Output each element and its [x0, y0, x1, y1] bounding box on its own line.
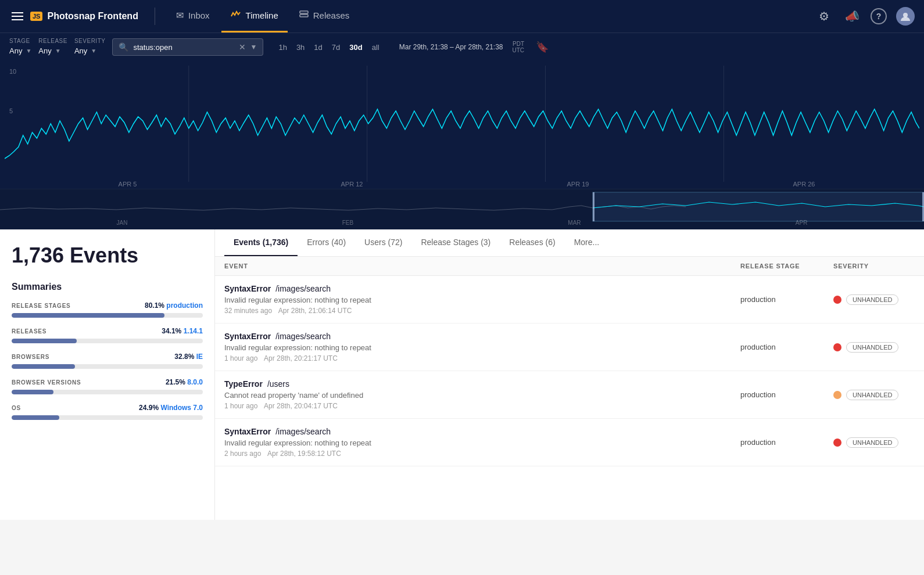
severity-dot-1 — [833, 343, 841, 351]
nav-item-inbox[interactable]: ✉ Inbox — [167, 0, 219, 33]
time-btn-1h[interactable]: 1h — [275, 41, 290, 54]
col-header-stage: RELEASE STAGE — [740, 263, 833, 269]
x-label-apr26: APR 26 — [793, 181, 815, 188]
mini-chart-area: JAN FEB MAR APR — [0, 189, 924, 229]
severity-arrow: ▼ — [91, 48, 96, 54]
event-path-2: /users — [267, 379, 289, 389]
y-label-10: 10 — [9, 68, 16, 75]
logo-badge: JS — [30, 12, 42, 21]
event-severity-1: UNHANDLED — [833, 342, 915, 353]
event-row[interactable]: SyntaxError /images/search Invalid regul… — [215, 276, 924, 324]
left-panel: 1,736 Events Summaries RELEASE STAGES 80… — [0, 229, 215, 520]
notifications-icon[interactable]: 📣 — [843, 7, 861, 26]
event-severity-0: UNHANDLED — [833, 294, 915, 305]
event-meta-0: 32 minutes ago Apr 28th, 21:06:14 UTC — [224, 307, 740, 315]
event-message-3: Invalid regular expression: nothing to r… — [224, 439, 740, 447]
event-type-0: SyntaxError — [224, 284, 271, 293]
nav-item-releases[interactable]: Releases — [290, 0, 359, 33]
tz-utc: UTC — [513, 47, 525, 53]
severity-filter: SEVERITY Any ▼ — [74, 38, 105, 56]
release-value: Any — [38, 46, 51, 55]
time-btn-all[interactable]: all — [368, 41, 383, 54]
bookmark-icon[interactable]: 🔖 — [536, 41, 549, 53]
event-title-1: SyntaxError /images/search — [224, 332, 740, 341]
user-avatar[interactable] — [896, 7, 915, 26]
release-arrow: ▼ — [55, 48, 61, 54]
svg-point-2 — [903, 13, 908, 17]
event-type-2: TypeError — [224, 379, 263, 389]
severity-select[interactable]: Any ▼ — [74, 45, 105, 56]
event-row[interactable]: SyntaxError /images/search Invalid regul… — [215, 419, 924, 466]
summary-label-os: OS — [12, 405, 21, 411]
summary-browser-versions: BROWSER VERSIONS 21.5% 8.0.0 — [12, 378, 203, 394]
filter-bar: STAGE Any ▼ RELEASE Any ▼ SEVERITY Any ▼… — [0, 33, 924, 61]
progress-fill-os — [12, 415, 59, 420]
unhandled-badge-3: UNHANDLED — [846, 437, 898, 448]
unhandled-badge-1: UNHANDLED — [846, 342, 898, 353]
nav-right-icons: ⚙ 📣 ? — [815, 7, 915, 26]
tab-release-stages[interactable]: Release Stages (3) — [411, 229, 500, 256]
event-type-1: SyntaxError — [224, 332, 271, 341]
tab-errors[interactable]: Errors (40) — [298, 229, 355, 256]
event-row[interactable]: SyntaxError /images/search Invalid regul… — [215, 324, 924, 371]
progress-fill-browser-versions — [12, 390, 53, 394]
logo-area: JS Photosnap Frontend — [30, 11, 138, 21]
progress-bg-release-stages — [12, 313, 203, 318]
summary-os: OS 24.9% Windows 7.0 — [12, 404, 203, 420]
event-type-3: SyntaxError — [224, 427, 271, 436]
nav-label-inbox: Inbox — [188, 10, 210, 20]
release-filter: RELEASE Any ▼ — [38, 38, 67, 56]
event-stage-3: production — [740, 438, 833, 447]
stage-arrow: ▼ — [26, 48, 31, 54]
svg-rect-8 — [593, 192, 594, 221]
time-btn-7d[interactable]: 7d — [328, 41, 343, 54]
settings-icon[interactable]: ⚙ — [815, 7, 833, 26]
unhandled-badge-2: UNHANDLED — [846, 390, 898, 400]
search-text[interactable]: status:open — [133, 43, 234, 52]
tab-more[interactable]: More... — [565, 229, 609, 256]
tabs-bar: Events (1,736) Errors (40) Users (72) Re… — [215, 229, 924, 257]
mini-label-feb: FEB — [342, 220, 353, 226]
hamburger-menu[interactable] — [9, 10, 26, 23]
x-label-apr12: APR 12 — [341, 181, 363, 188]
time-btn-1d[interactable]: 1d — [310, 41, 325, 54]
nav-items: ✉ Inbox Timeline Releases — [167, 0, 810, 33]
progress-bg-browsers — [12, 364, 203, 369]
x-label-apr5: APR 5 — [119, 181, 137, 188]
nav-item-timeline[interactable]: Timeline — [221, 0, 288, 33]
time-btn-30d[interactable]: 30d — [346, 41, 366, 54]
event-main-1: SyntaxError /images/search Invalid regul… — [224, 332, 740, 362]
right-panel: Events (1,736) Errors (40) Users (72) Re… — [215, 229, 924, 520]
stage-value: Any — [9, 46, 22, 55]
help-icon[interactable]: ? — [871, 8, 887, 24]
search-clear-icon[interactable]: ✕ — [239, 42, 246, 52]
severity-dot-0 — [833, 296, 841, 304]
event-row[interactable]: TypeError /users Cannot read property 'n… — [215, 371, 924, 419]
col-header-severity: SEVERITY — [833, 263, 915, 269]
stage-select[interactable]: Any ▼ — [9, 45, 31, 56]
chart-area: 10 5 APR 5 APR 12 APR 19 APR 26 — [0, 61, 924, 229]
tab-releases[interactable]: Releases (6) — [500, 229, 564, 256]
event-severity-3: UNHANDLED — [833, 437, 915, 448]
event-meta-1: 1 hour ago Apr 28th, 20:21:17 UTC — [224, 354, 740, 362]
search-dropdown-icon[interactable]: ▼ — [250, 43, 257, 51]
timezone-toggle[interactable]: PDT UTC — [513, 41, 525, 53]
mini-label-mar: MAR — [568, 220, 581, 226]
severity-dot-3 — [833, 439, 841, 447]
nav-divider — [155, 8, 155, 25]
time-btn-3h[interactable]: 3h — [293, 41, 308, 54]
tab-users[interactable]: Users (72) — [355, 229, 411, 256]
nav-label-timeline: Timeline — [246, 10, 278, 20]
event-timestamp-1: Apr 28th, 20:21:17 UTC — [264, 354, 338, 362]
tab-events[interactable]: Events (1,736) — [224, 229, 298, 256]
event-main-2: TypeError /users Cannot read property 'n… — [224, 379, 740, 410]
app-title: Photosnap Frontend — [47, 11, 138, 21]
event-message-2: Cannot read property 'name' of undefined — [224, 391, 740, 400]
summary-value-release-stages: 80.1% production — [145, 301, 203, 310]
event-timestamp-0: Apr 28th, 21:06:14 UTC — [278, 307, 352, 315]
summary-label-releases: RELEASES — [12, 328, 46, 335]
event-path-1: /images/search — [275, 332, 331, 341]
y-label-5: 5 — [9, 107, 13, 114]
release-select[interactable]: Any ▼ — [38, 45, 67, 56]
event-meta-3: 2 hours ago Apr 28th, 19:58:12 UTC — [224, 450, 740, 458]
